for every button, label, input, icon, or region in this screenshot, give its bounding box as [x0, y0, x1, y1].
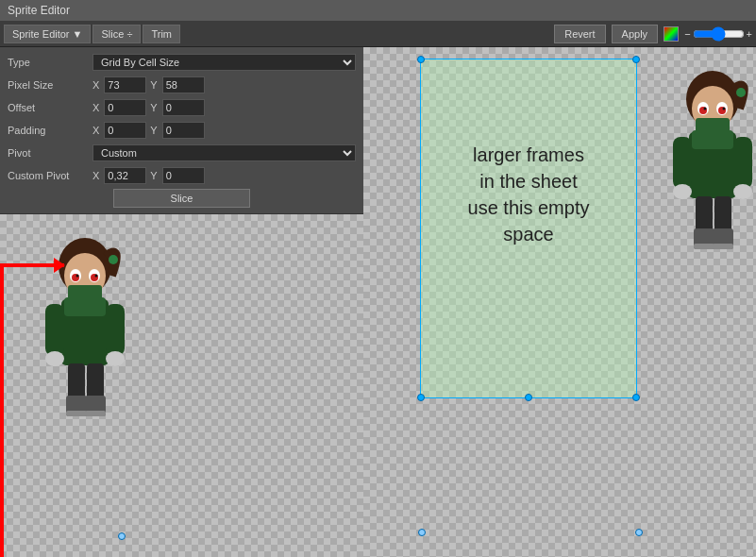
svg-rect-13 — [106, 304, 125, 356]
title-label: Sprite Editor — [8, 4, 70, 17]
handle-tr[interactable] — [632, 56, 640, 63]
pixel-size-x-input[interactable] — [104, 76, 146, 93]
custom-pivot-control: X Y — [92, 167, 356, 184]
toolbar: Sprite Editor ▼ Slice ÷ Trim Revert Appl… — [0, 21, 756, 47]
pivot-control: Custom — [92, 144, 356, 161]
svg-rect-20 — [66, 411, 87, 416]
y-label-pixel: Y — [150, 79, 157, 91]
handle-bl[interactable] — [417, 394, 425, 401]
handle-br[interactable] — [632, 394, 640, 401]
handle-bm[interactable] — [525, 394, 532, 401]
left-panel: Type Grid By Cell Size Pixel Size X Y Of… — [0, 47, 363, 557]
sprite-char-left — [28, 224, 142, 431]
padding-row: Padding X Y — [8, 121, 356, 140]
svg-point-31 — [723, 108, 726, 110]
left-canvas-area — [0, 214, 363, 557]
svg-point-15 — [106, 351, 125, 366]
pixel-size-label: Pixel Size — [8, 79, 92, 91]
slice-btn-row: Slice — [8, 189, 356, 208]
type-select[interactable]: Grid By Cell Size — [92, 54, 356, 71]
svg-rect-34 — [673, 137, 692, 189]
offset-row: Offset X Y — [8, 98, 356, 117]
svg-point-8 — [76, 275, 79, 278]
y-label-padding: Y — [150, 125, 157, 136]
custom-pivot-row: Custom Pivot X Y — [8, 166, 356, 185]
plus-icon: + — [747, 28, 752, 40]
content-area: Type Grid By Cell Size Pixel Size X Y Of… — [0, 47, 756, 557]
svg-rect-35 — [733, 137, 752, 189]
x-label-custom: X — [92, 170, 99, 181]
svg-point-23 — [736, 88, 746, 97]
pivot-label: Pivot — [8, 147, 92, 159]
zoom-slider[interactable] — [693, 27, 745, 41]
type-label: Type — [8, 57, 92, 68]
padding-label: Padding — [8, 125, 92, 136]
zoom-slider-container: − + — [684, 27, 752, 41]
x-label-pixel: X — [92, 79, 99, 91]
pivot-select[interactable]: Custom — [92, 144, 356, 161]
revert-button[interactable]: Revert — [554, 25, 605, 43]
axis-dot-bottom-right — [635, 529, 643, 536]
padding-control: X Y — [92, 122, 356, 139]
toolbar-left: Sprite Editor ▼ Slice ÷ Trim — [4, 25, 180, 43]
svg-rect-12 — [45, 304, 64, 356]
arrow-head-right — [54, 258, 65, 273]
svg-point-37 — [733, 184, 752, 199]
apply-button[interactable]: Apply — [612, 25, 659, 43]
pixel-size-y-input[interactable] — [162, 76, 205, 93]
pivot-row: Pivot Custom — [8, 143, 356, 162]
handle-tl[interactable] — [417, 56, 425, 63]
custom-pivot-y-input[interactable] — [162, 167, 205, 184]
svg-rect-33 — [692, 130, 733, 149]
padding-y-input[interactable] — [162, 122, 205, 139]
x-label-offset: X — [92, 102, 99, 113]
red-arrow-left — [0, 263, 64, 267]
slice-button[interactable]: Slice — [113, 189, 251, 208]
svg-rect-11 — [64, 297, 106, 316]
custom-pivot-label: Custom Pivot — [8, 170, 92, 181]
axis-dot-left — [118, 532, 126, 540]
svg-rect-42 — [694, 244, 714, 249]
toolbar-right: Revert Apply − + — [554, 25, 752, 43]
axis-dot-bottom-left — [418, 529, 426, 536]
pixel-size-row: Pixel Size X Y — [8, 76, 356, 94]
x-label-padding: X — [92, 125, 99, 136]
y-label-offset: Y — [150, 102, 157, 113]
sprite-editor-btn[interactable]: Sprite Editor ▼ — [4, 25, 91, 43]
type-row: Type Grid By Cell Size — [8, 53, 356, 72]
custom-pivot-x-input[interactable] — [104, 167, 146, 184]
svg-point-1 — [109, 255, 118, 264]
padding-x-input[interactable] — [104, 122, 146, 139]
svg-point-36 — [673, 184, 692, 199]
minus-icon: − — [684, 28, 690, 40]
trim-btn[interactable]: Trim — [143, 25, 180, 43]
svg-point-9 — [95, 275, 98, 278]
offset-control: X Y — [92, 99, 356, 116]
svg-point-14 — [45, 351, 64, 366]
offset-x-input[interactable] — [104, 99, 146, 116]
right-canvas: larger frames in the sheet use this empt… — [363, 47, 756, 557]
svg-rect-21 — [85, 411, 106, 416]
offset-y-input[interactable] — [162, 99, 205, 116]
selection-box — [420, 59, 637, 398]
red-arrow-vertical — [0, 266, 4, 557]
pixel-size-control: X Y — [92, 76, 356, 93]
slice-tab-btn[interactable]: Slice ÷ — [92, 25, 141, 43]
title-bar: Sprite Editor — [0, 0, 756, 21]
color-swatch — [664, 26, 679, 42]
svg-point-30 — [704, 108, 707, 110]
svg-rect-43 — [713, 244, 733, 249]
panel-form: Type Grid By Cell Size Pixel Size X Y Of… — [0, 47, 363, 214]
type-control: Grid By Cell Size — [92, 54, 356, 71]
y-label-custom: Y — [150, 170, 157, 181]
sprite-char-right — [656, 57, 756, 264]
offset-label: Offset — [8, 102, 92, 113]
